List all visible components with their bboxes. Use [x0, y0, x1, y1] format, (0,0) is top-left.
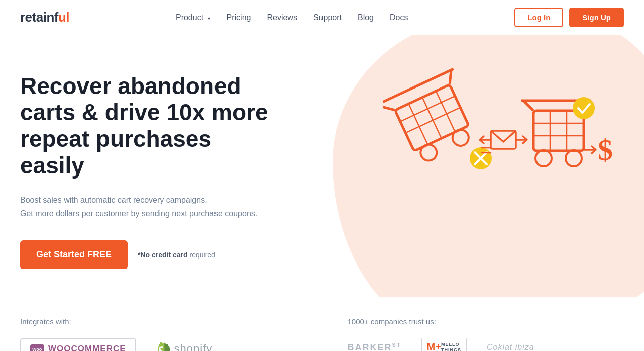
nav-link-product[interactable]: Product [176, 13, 203, 22]
nav-item-product[interactable]: Product ▾ [176, 13, 210, 22]
nav-link-docs[interactable]: Docs [390, 13, 408, 22]
mello-m: M+ [427, 341, 441, 351]
coklat-logo: Coklat ibiza [487, 343, 534, 352]
shopify-bag-icon [156, 341, 170, 351]
navbar: retainful Product ▾ Pricing Reviews Supp… [0, 0, 644, 35]
integrates-section: Integrates with: Woo WOOCOMMERCE s [20, 317, 317, 351]
hero-title: Recover abandoned carts & drive 10x more… [20, 73, 281, 180]
woo-icon: Woo [30, 344, 44, 351]
nav-item-support[interactable]: Support [313, 13, 342, 22]
nav-item-reviews[interactable]: Reviews [267, 13, 297, 22]
barker-sub: ST [392, 342, 401, 348]
signup-button[interactable]: Sign Up [569, 8, 624, 27]
hero-subtitle-line1: Boost sales with automatic cart recovery… [20, 196, 207, 204]
nav-actions: Log In Sign Up [514, 8, 624, 27]
nav-link-reviews[interactable]: Reviews [267, 13, 297, 22]
svg-line-3 [383, 69, 454, 103]
hero-subtitle-line2: Get more dollars per customer by sending… [20, 209, 257, 218]
hero-cta-row: Get Started FREE *No credit card require… [20, 240, 281, 269]
svg-point-10 [450, 127, 472, 149]
svg-point-9 [418, 142, 440, 163]
get-started-button[interactable]: Get Started FREE [20, 240, 128, 269]
svg-text:Woo: Woo [32, 347, 42, 351]
svg-rect-19 [533, 111, 584, 151]
nav-links: Product ▾ Pricing Reviews Support Blog D… [176, 13, 408, 22]
shopify-text: shopify [174, 342, 213, 351]
nav-item-pricing[interactable]: Pricing [227, 13, 251, 22]
woocommerce-logo: Woo WOOCOMMERCE [20, 338, 136, 351]
mello-line2: THINGS [441, 347, 461, 352]
nav-item-docs[interactable]: Docs [390, 13, 408, 22]
coklat-text: Coklat ibiza [487, 343, 534, 352]
hero-content: Recover abandoned carts & drive 10x more… [20, 73, 281, 270]
mello-text: MELLO THINGS [441, 342, 461, 351]
barker-logo: BARKERST [348, 342, 401, 352]
svg-point-29 [573, 97, 595, 119]
logo[interactable]: retainful [20, 10, 69, 25]
login-button[interactable]: Log In [514, 8, 563, 27]
companies-logos: BARKERST M+ MELLO THINGS Coklat ibiza [348, 338, 624, 351]
hero-illustration: $ [383, 60, 614, 221]
nav-link-pricing[interactable]: Pricing [227, 13, 251, 22]
chevron-down-icon: ▾ [208, 16, 210, 21]
nav-link-support[interactable]: Support [313, 13, 342, 22]
shopify-logo: shopify [156, 341, 213, 351]
svg-text:$: $ [598, 133, 613, 166]
companies-label: 1000+ companies trust us: [348, 317, 624, 326]
barker-text: BARKER [348, 342, 392, 352]
bottom-section: Integrates with: Woo WOOCOMMERCE s [0, 297, 644, 351]
hero-subtitle: Boost sales with automatic cart recovery… [20, 193, 281, 220]
no-credit-bold: *No credit card [138, 251, 188, 259]
hero-section: Recover abandoned carts & drive 10x more… [0, 35, 644, 297]
companies-section: 1000+ companies trust us: BARKERST M+ ME… [317, 317, 624, 351]
svg-point-27 [535, 150, 552, 166]
nav-item-blog[interactable]: Blog [358, 13, 374, 22]
abandoned-cart-illustration: $ [383, 60, 614, 221]
no-credit-rest: required [188, 251, 216, 259]
mello-line1: MELLO [441, 342, 461, 347]
mello-logo: M+ MELLO THINGS [421, 338, 467, 351]
no-credit-card-text: *No credit card required [138, 251, 216, 259]
nav-link-blog[interactable]: Blog [358, 13, 374, 22]
integrates-logos: Woo WOOCOMMERCE shopify [20, 338, 297, 351]
hero-right: $ [258, 35, 644, 297]
svg-line-20 [523, 101, 533, 111]
woo-text: WOOCOMMERCE [48, 344, 126, 351]
integrates-label: Integrates with: [20, 317, 297, 326]
svg-point-28 [566, 150, 582, 166]
